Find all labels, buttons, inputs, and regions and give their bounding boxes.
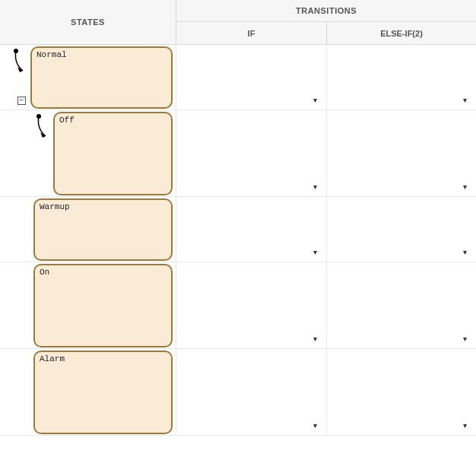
caret-down-icon[interactable]: ▾ — [459, 246, 470, 257]
caret-down-icon[interactable]: ▾ — [459, 94, 470, 105]
transitions-subheader: IF ELSE-IF(2) — [176, 22, 476, 44]
table-row: Alarm ▾ ▾ — [0, 349, 476, 436]
states-column-header: STATES — [0, 0, 176, 44]
state-box[interactable]: Off — [53, 112, 173, 195]
elseif-column-header: ELSE-IF(2) — [326, 22, 476, 44]
elseif-cell[interactable]: ▾ — [326, 45, 476, 109]
collapse-icon[interactable]: − — [17, 97, 26, 105]
table-row: On ▾ ▾ — [0, 262, 476, 349]
state-box[interactable]: Alarm — [33, 351, 173, 434]
state-cell-alarm[interactable]: Alarm — [0, 349, 176, 435]
state-box[interactable]: On — [33, 264, 173, 347]
table-row: Normal − ▾ ▾ — [0, 45, 476, 110]
transition-cells: ▾ ▾ — [176, 110, 476, 196]
state-cell-warmup[interactable]: Warmup — [0, 197, 176, 262]
elseif-cell[interactable]: ▾ — [326, 262, 476, 348]
if-cell[interactable]: ▾ — [176, 110, 326, 196]
caret-down-icon[interactable]: ▾ — [459, 333, 470, 344]
transition-cells: ▾ ▾ — [176, 262, 476, 348]
if-cell[interactable]: ▾ — [176, 197, 326, 262]
caret-down-icon[interactable]: ▾ — [309, 246, 320, 257]
transitions-header: TRANSITIONS — [176, 0, 476, 22]
state-table-body: Normal − ▾ ▾ — [0, 45, 476, 436]
if-cell[interactable]: ▾ — [176, 262, 326, 348]
state-label: Alarm — [40, 354, 65, 363]
state-cell-normal[interactable]: Normal − — [0, 45, 176, 109]
if-cell[interactable]: ▾ — [176, 45, 326, 109]
state-cell-on[interactable]: On — [0, 262, 176, 348]
transition-cells: ▾ ▾ — [176, 349, 476, 435]
caret-down-icon[interactable]: ▾ — [309, 333, 320, 344]
table-row: Off ▾ ▾ — [0, 110, 476, 197]
state-box[interactable]: Warmup — [33, 198, 173, 261]
caret-down-icon[interactable]: ▾ — [459, 181, 470, 192]
initial-state-arrow-icon — [11, 46, 29, 77]
caret-down-icon[interactable]: ▾ — [309, 181, 320, 192]
table-row: Warmup ▾ ▾ — [0, 197, 476, 262]
elseif-cell[interactable]: ▾ — [326, 349, 476, 435]
state-cell-off[interactable]: Off — [0, 110, 176, 196]
header-row: STATES TRANSITIONS IF ELSE-IF(2) — [0, 0, 476, 45]
state-box[interactable]: Normal — [30, 46, 173, 109]
state-label: Normal — [36, 50, 67, 59]
state-label: Warmup — [40, 202, 70, 211]
elseif-cell[interactable]: ▾ — [326, 197, 476, 262]
state-label: Off — [59, 116, 75, 125]
if-column-header: IF — [176, 22, 326, 44]
transition-cells: ▾ ▾ — [176, 45, 476, 109]
transitions-column-group: TRANSITIONS IF ELSE-IF(2) — [176, 0, 476, 44]
elseif-cell[interactable]: ▾ — [326, 110, 476, 196]
state-label: On — [40, 268, 49, 277]
if-cell[interactable]: ▾ — [176, 349, 326, 435]
caret-down-icon[interactable]: ▾ — [459, 420, 470, 430]
transition-cells: ▾ ▾ — [176, 197, 476, 262]
caret-down-icon[interactable]: ▾ — [309, 420, 320, 430]
initial-state-arrow-icon — [33, 112, 52, 142]
caret-down-icon[interactable]: ▾ — [309, 94, 320, 105]
